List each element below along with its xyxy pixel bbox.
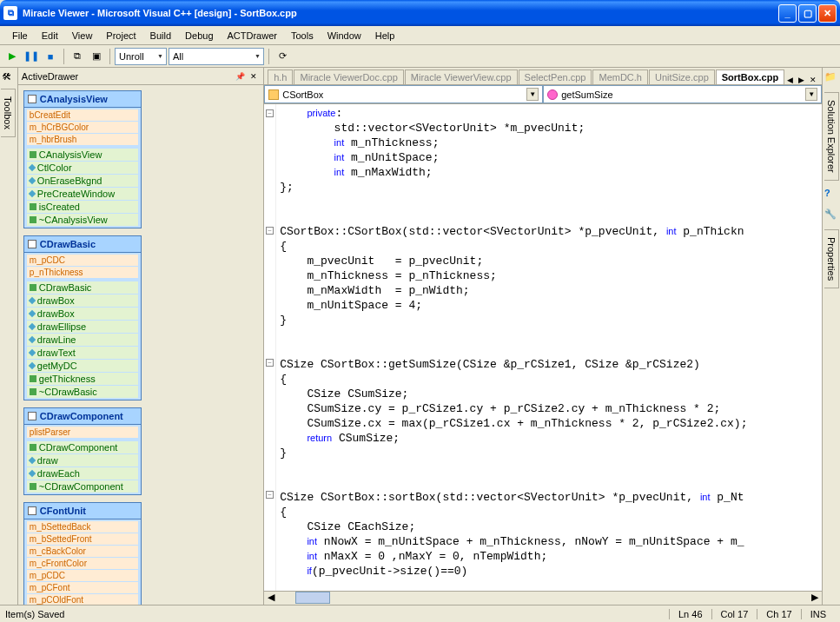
class-box[interactable]: CAnalysisViewbCreatEditm_hCrBGColorm_hbr…	[23, 90, 142, 228]
menu-edit[interactable]: Edit	[35, 29, 65, 43]
document-tab[interactable]: h.h	[268, 69, 293, 84]
status-line: Ln 46	[669, 609, 711, 619]
minimize-button[interactable]: _	[778, 4, 797, 23]
diamond-icon	[29, 164, 36, 171]
document-tab[interactable]: MemDC.h	[592, 69, 648, 84]
tab-next-button[interactable]: ▶	[797, 76, 806, 84]
menu-tools[interactable]: Tools	[284, 29, 321, 43]
class-member-var[interactable]: bCreatEdit	[27, 109, 138, 121]
refresh-button[interactable]: ⟳	[274, 48, 291, 65]
class-header[interactable]: CDrawComponent	[24, 408, 141, 425]
filter-combo[interactable]: All	[169, 48, 264, 65]
panel-close-button[interactable]: ✕	[248, 70, 260, 83]
fold-toggle[interactable]: −	[266, 359, 274, 367]
fold-toggle[interactable]: −	[266, 227, 274, 235]
class-member-method[interactable]: isCreated	[27, 201, 138, 213]
class-box[interactable]: CDrawComponentplistParserCDrawComponentd…	[23, 407, 142, 495]
menu-build[interactable]: Build	[143, 29, 178, 43]
menu-help[interactable]: Help	[368, 29, 402, 43]
class-member-method[interactable]: ~CDrawComponent	[27, 480, 138, 493]
class-member-var[interactable]: m_cFrontColor	[27, 558, 138, 569]
menu-window[interactable]: Window	[321, 29, 368, 43]
class-member-var[interactable]: m_pCFont	[27, 582, 138, 593]
class-member-method[interactable]: drawBox	[27, 294, 138, 307]
menu-actdrawer[interactable]: ACTDrawer	[221, 29, 284, 43]
class-icon	[268, 89, 279, 100]
drawer-body[interactable]: CAnalysisViewbCreatEditm_hCrBGColorm_hbr…	[18, 85, 263, 605]
class-member-var[interactable]: p_nThickness	[27, 267, 138, 278]
status-col: Col 17	[711, 609, 757, 619]
class-member-var[interactable]: m_hCrBGColor	[27, 122, 138, 133]
menu-project[interactable]: Project	[99, 29, 142, 43]
window-stack-button[interactable]: ▣	[88, 48, 105, 65]
class-member-var[interactable]: m_hbrBrush	[27, 134, 138, 145]
play-button[interactable]: ▶	[3, 48, 21, 65]
class-member-method[interactable]: getThickness	[27, 373, 138, 385]
solution-explorer-tab[interactable]: Solution Explorer	[824, 92, 839, 181]
class-member-method[interactable]: PreCreateWindow	[27, 188, 138, 200]
class-member-method[interactable]: drawEllipse	[27, 321, 138, 333]
class-header[interactable]: CAnalysisView	[24, 91, 141, 108]
class-member-method[interactable]: drawBox	[27, 308, 138, 320]
status-ins: INS	[801, 609, 835, 619]
menu-file[interactable]: File	[5, 29, 35, 43]
class-header[interactable]: CFontUnit	[24, 503, 141, 519]
stop-button[interactable]: ■	[42, 48, 59, 65]
menu-view[interactable]: View	[65, 29, 100, 43]
class-box[interactable]: CFontUnitm_bSettedBackm_bSettedFrontm_cB…	[23, 502, 142, 605]
class-member-var[interactable]: m_cBackColor	[27, 546, 138, 557]
document-tab[interactable]: Miracle ViewerDoc.cpp	[294, 69, 403, 84]
class-box[interactable]: CDrawBasicm_pCDCp_nThicknessCDrawBasicdr…	[23, 235, 142, 400]
class-member-method[interactable]: CtlColor	[27, 162, 138, 174]
properties-icon[interactable]: 🔧	[824, 208, 838, 222]
horizontal-scrollbar[interactable]: ◀ ▶	[264, 591, 822, 605]
class-member-var[interactable]: m_bSettedFront	[27, 533, 138, 545]
toolbox-icon[interactable]: 🛠	[2, 71, 16, 85]
tab-close-button[interactable]: ✕	[808, 76, 818, 84]
document-tab[interactable]: SortBox.cpp	[716, 69, 784, 84]
fold-gutter[interactable]: −−−−	[264, 104, 276, 591]
class-member-method[interactable]: draw	[27, 454, 138, 467]
help-icon[interactable]: ?	[824, 188, 838, 202]
handle-icon	[28, 506, 36, 515]
panel-pin-button[interactable]: 📌	[234, 70, 246, 83]
document-tab[interactable]: Miracle ViewerView.cpp	[405, 69, 518, 84]
tab-prev-button[interactable]: ◀	[785, 76, 795, 84]
class-member-var[interactable]: m_bSettedBack	[27, 521, 138, 533]
class-member-method[interactable]: drawEach	[27, 467, 138, 480]
fold-toggle[interactable]: −	[266, 109, 274, 117]
handle-icon	[28, 240, 36, 248]
pause-button[interactable]: ❚❚	[23, 48, 40, 65]
class-scope-combo[interactable]: CSortBox	[264, 85, 543, 103]
class-member-method[interactable]: ~CAnalysisView	[27, 214, 138, 226]
document-tab[interactable]: UnitSize.cpp	[649, 69, 715, 84]
scrollbar-thumb[interactable]	[295, 592, 330, 604]
member-scope-combo[interactable]: getSumSize	[543, 85, 822, 103]
class-member-var[interactable]: m_pCDC	[27, 570, 138, 581]
toolbox-tab[interactable]: Toolbox	[1, 89, 16, 137]
properties-tab[interactable]: Properties	[824, 229, 839, 288]
app-icon: ⧉	[3, 6, 17, 20]
class-member-method[interactable]: drawText	[27, 347, 138, 359]
maximize-button[interactable]: ▢	[798, 4, 817, 23]
code-editor[interactable]: private: std::vector<SVectorUnit> *m_pve…	[276, 104, 822, 591]
class-name: CDrawBasic	[40, 239, 96, 249]
solution-explorer-icon[interactable]: 📁	[824, 71, 838, 85]
document-tab[interactable]: SelectPen.cpp	[519, 69, 592, 84]
class-member-method[interactable]: ~CDrawBasic	[27, 386, 138, 398]
close-button[interactable]: ✕	[818, 4, 837, 23]
class-member-method[interactable]: CDrawBasic	[27, 281, 138, 294]
class-member-var[interactable]: m_pCOldFont	[27, 594, 138, 605]
class-member-var[interactable]: plistParser	[27, 427, 138, 438]
menu-debug[interactable]: Debug	[178, 29, 220, 43]
class-member-method[interactable]: OnEraseBkgnd	[27, 175, 138, 187]
class-member-method[interactable]: drawLine	[27, 334, 138, 346]
fold-toggle[interactable]: −	[266, 491, 274, 499]
window-tile-button[interactable]: ⧉	[69, 48, 86, 65]
class-header[interactable]: CDrawBasic	[24, 236, 141, 253]
class-member-var[interactable]: m_pCDC	[27, 255, 138, 266]
class-member-method[interactable]: CDrawComponent	[27, 441, 138, 453]
class-member-method[interactable]: CAnalysisView	[27, 149, 138, 161]
unroll-combo[interactable]: Unroll	[115, 48, 167, 65]
class-member-method[interactable]: getMyDC	[27, 360, 138, 372]
